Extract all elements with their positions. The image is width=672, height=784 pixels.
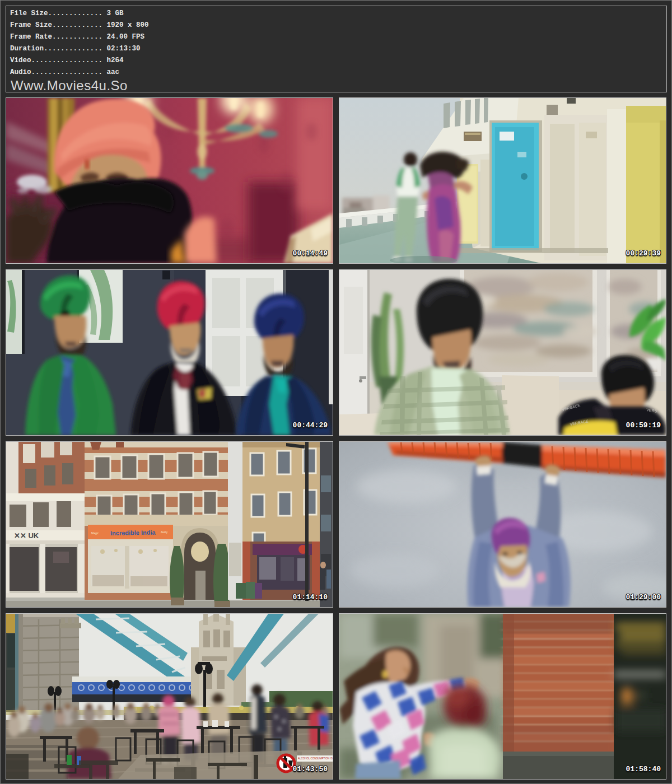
svg-text:ALCOHOL CONSUMPTION IS INJURIO: ALCOHOL CONSUMPTION IS INJURIOUS (298, 757, 333, 760)
